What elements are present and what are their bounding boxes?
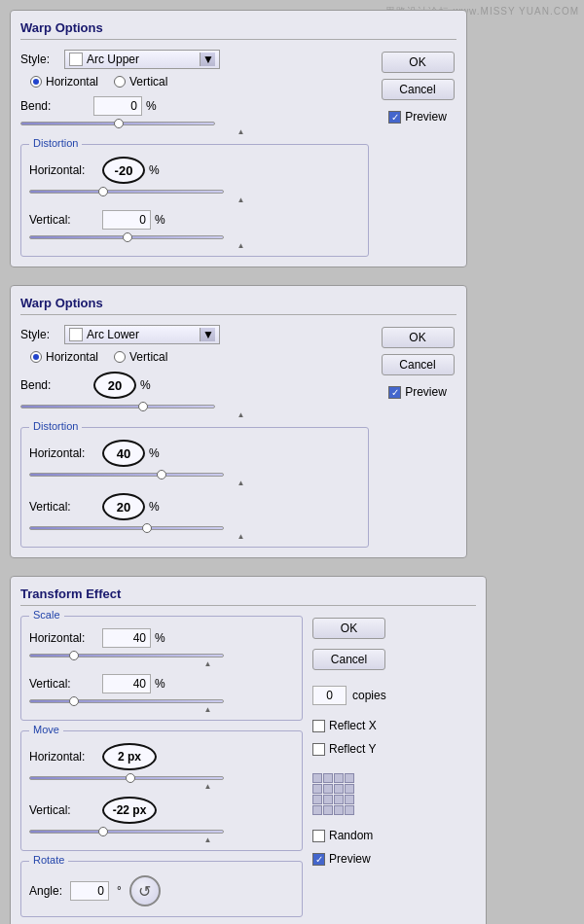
distortion-title-2: Distortion	[29, 420, 82, 432]
vertical-radio-circle-2	[114, 351, 126, 363]
v-distortion-triangle-2: ▲	[122, 532, 360, 541]
move-v-slider[interactable]	[29, 830, 224, 834]
angle-input[interactable]	[70, 881, 109, 901]
bend-slider-1[interactable]	[20, 122, 215, 125]
reflect-y-checkbox[interactable]: Reflect Y	[312, 742, 376, 756]
h-distortion-label-1: Horizontal:	[29, 163, 102, 177]
bend-slider-2[interactable]	[20, 405, 215, 409]
h-distortion-slider-1[interactable]	[29, 190, 224, 194]
scale-v-label: Vertical:	[29, 677, 102, 691]
v-distortion-input-1[interactable]	[102, 210, 151, 230]
v-distortion-slider-1[interactable]	[29, 235, 224, 239]
move-h-thumb[interactable]	[126, 773, 135, 783]
reflect-x-check-icon	[312, 720, 325, 732]
bend-triangle-2: ▲	[113, 410, 369, 419]
horizontal-radio-1[interactable]: Horizontal	[30, 75, 98, 89]
orientation-group-1: Horizontal Vertical	[30, 75, 369, 89]
rotate-title: Rotate	[29, 854, 68, 866]
v-distortion-thumb-2[interactable]	[142, 523, 152, 533]
style-select-2[interactable]: Arc Lower ▼	[64, 325, 220, 344]
dialog-title-2: Warp Options	[20, 296, 456, 315]
move-v-triangle: ▲	[122, 835, 294, 844]
horizontal-label-1: Horizontal	[46, 75, 98, 89]
bend-input-1[interactable]	[93, 96, 142, 116]
copies-input[interactable]	[312, 686, 347, 705]
vertical-label-1: Vertical	[129, 75, 167, 89]
move-v-thumb[interactable]	[98, 827, 108, 836]
preview-label-2: Preview	[405, 385, 447, 399]
warp-options-dialog-2: Warp Options Style: Arc Lower ▼ Horizont…	[10, 285, 467, 558]
random-checkbox[interactable]: Random	[312, 829, 373, 842]
v-distortion-value-2: 20	[102, 493, 145, 520]
bend-thumb-2[interactable]	[138, 402, 148, 411]
scale-v-slider[interactable]	[29, 699, 224, 703]
orientation-group-2: Horizontal Vertical	[30, 350, 369, 364]
scale-h-slider[interactable]	[29, 654, 224, 657]
scale-v-thumb[interactable]	[69, 696, 79, 706]
vertical-radio-1[interactable]: Vertical	[114, 75, 167, 89]
ok-button-3[interactable]: OK	[312, 618, 385, 639]
cancel-button-3[interactable]: Cancel	[312, 649, 385, 670]
reflect-x-checkbox[interactable]: Reflect X	[312, 719, 377, 732]
horizontal-radio-circle-1	[30, 76, 42, 88]
preview-check-icon-2: ✓	[388, 386, 401, 399]
transform-effect-dialog: Transform Effect Scale Horizontal: % ▲ V…	[10, 576, 487, 924]
copies-label: copies	[352, 689, 386, 702]
cancel-button-1[interactable]: Cancel	[382, 79, 455, 100]
scale-h-input[interactable]	[102, 628, 151, 648]
vertical-radio-2[interactable]: Vertical	[114, 350, 167, 364]
move-h-value: 2 px	[102, 743, 157, 770]
preview-check-icon-3: ✓	[312, 853, 325, 866]
preview-checkbox-3[interactable]: ✓ Preview	[312, 852, 371, 866]
ok-button-2[interactable]: OK	[382, 327, 455, 348]
horizontal-radio-2[interactable]: Horizontal	[30, 350, 98, 364]
style-dropdown-arrow-1[interactable]: ▼	[200, 53, 215, 66]
h-distortion-triangle-1: ▲	[122, 195, 360, 204]
preview-check-icon-1: ✓	[388, 111, 401, 124]
scale-h-thumb[interactable]	[69, 651, 79, 660]
vertical-label-2: Vertical	[129, 350, 167, 364]
v-distortion-percent-2: %	[149, 500, 160, 514]
move-h-slider[interactable]	[29, 776, 224, 780]
h-distortion-thumb-1[interactable]	[98, 187, 108, 196]
rotate-arrow-icon: ↺	[138, 882, 151, 901]
dialog-title-1: Warp Options	[20, 20, 456, 40]
scale-v-triangle: ▲	[122, 705, 294, 714]
rotate-dial[interactable]: ↺	[129, 875, 161, 906]
v-distortion-label-1: Vertical:	[29, 213, 102, 227]
warp-options-dialog-1: Warp Options Style: Arc Upper ▼ Horizont…	[10, 10, 467, 267]
style-dropdown-arrow-2[interactable]: ▼	[200, 328, 215, 341]
v-distortion-slider-2[interactable]	[29, 526, 224, 530]
scale-h-triangle: ▲	[122, 659, 294, 668]
h-distortion-percent-2: %	[149, 446, 160, 460]
horizontal-radio-circle-2	[30, 351, 42, 363]
h-distortion-triangle-2: ▲	[122, 479, 360, 487]
style-value-1: Arc Upper	[87, 53, 196, 66]
style-label-2: Style:	[20, 328, 64, 341]
distortion-title-1: Distortion	[29, 137, 82, 149]
ok-button-1[interactable]: OK	[382, 52, 455, 73]
random-grid	[312, 773, 354, 815]
style-icon-1	[69, 53, 83, 66]
v-distortion-thumb-1[interactable]	[123, 232, 132, 242]
preview-label-1: Preview	[405, 110, 447, 124]
bend-percent-1: %	[146, 99, 157, 113]
style-icon-2	[69, 328, 83, 341]
scale-group: Scale Horizontal: % ▲ Vertical: %	[20, 616, 303, 721]
cancel-button-2[interactable]: Cancel	[382, 354, 455, 375]
dialog-title-3: Transform Effect	[20, 586, 476, 606]
v-distortion-triangle-1: ▲	[122, 241, 360, 250]
preview-checkbox-1[interactable]: ✓ Preview	[388, 110, 447, 124]
preview-checkbox-2[interactable]: ✓ Preview	[388, 385, 447, 399]
scale-v-input[interactable]	[102, 674, 151, 693]
vertical-radio-circle-1	[114, 76, 126, 88]
h-distortion-thumb-2[interactable]	[157, 470, 166, 480]
bend-label-2: Bend:	[20, 378, 93, 392]
bend-value-2: 20	[93, 372, 136, 399]
h-distortion-slider-2[interactable]	[29, 473, 224, 477]
v-distortion-percent-1: %	[155, 213, 165, 227]
bend-percent-2: %	[140, 378, 151, 392]
style-select-1[interactable]: Arc Upper ▼	[64, 50, 220, 69]
bend-thumb-1[interactable]	[114, 119, 124, 128]
h-distortion-value-2: 40	[102, 440, 145, 467]
